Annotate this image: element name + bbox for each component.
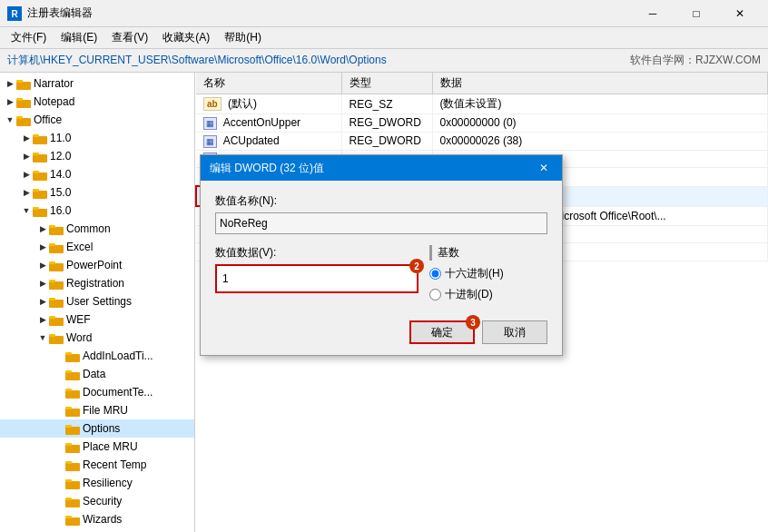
tree-item-12[interactable]: 12.0 — [0, 147, 194, 165]
table-row[interactable]: ▦ ACUpdated REG_DWORD 0x00000026 (38) — [196, 132, 768, 150]
tree-item-resiliency[interactable]: Resiliency — [0, 474, 194, 492]
tree-label-wef: WEF — [66, 313, 91, 326]
tree-item-powerpoint[interactable]: PowerPoint — [0, 256, 194, 274]
table-row[interactable]: ▦ AccentOnUpper REG_DWORD 0x00000000 (0) — [196, 114, 768, 133]
folder-icon-14 — [33, 168, 47, 181]
svg-rect-2 — [16, 82, 31, 90]
tree-label-options: Options — [83, 422, 120, 435]
col-header-name[interactable]: 名称 — [196, 73, 341, 94]
folder-icon-narrator — [16, 77, 31, 90]
svg-rect-36 — [65, 390, 80, 399]
close-button[interactable]: ✕ — [719, 0, 761, 27]
tree-item-filemru[interactable]: File MRU — [0, 401, 194, 419]
col-header-type[interactable]: 类型 — [341, 73, 432, 94]
name-field-group: 数值名称(N): — [215, 193, 547, 245]
minimize-button[interactable]: ─ — [632, 0, 674, 27]
svg-rect-12 — [33, 172, 47, 181]
tree-label-data: Data — [83, 368, 105, 380]
tree-item-options[interactable]: Options — [0, 419, 194, 438]
ok-button[interactable]: 确定 3 — [409, 320, 475, 344]
menu-help[interactable]: 帮助(H) — [217, 28, 269, 47]
address-bar: 计算机\HKEY_CURRENT_USER\Software\Microsoft… — [0, 49, 768, 73]
svg-rect-9 — [33, 134, 39, 137]
tree-item-usersettings[interactable]: User Settings — [0, 292, 194, 310]
svg-rect-17 — [33, 207, 39, 210]
tree-item-registration[interactable]: Registration — [0, 274, 194, 292]
tree-item-16[interactable]: 16.0 — [0, 202, 194, 220]
tree-item-notepad[interactable]: Notepad — [0, 93, 194, 111]
tree-arrow-14 — [20, 168, 33, 181]
tree-label-12: 12.0 — [50, 150, 71, 163]
tree-item-14[interactable]: 14.0 — [0, 165, 194, 183]
menu-edit[interactable]: 编辑(E) — [54, 28, 104, 47]
menu-favorites[interactable]: 收藏夹(A) — [155, 28, 217, 47]
tree-item-15[interactable]: 15.0 — [0, 183, 194, 202]
tree-item-narrator[interactable]: Narrator — [0, 74, 194, 93]
dialog-body: 数值名称(N): 数值数据(V): 2 基数 — [201, 181, 562, 355]
tree-arrow-office — [4, 113, 16, 126]
radio-hex[interactable] — [429, 268, 441, 280]
badge-2: 2 — [409, 259, 424, 273]
folder-icon-11 — [33, 132, 47, 144]
tree-item-docte[interactable]: DocumentTe... — [0, 383, 194, 401]
col-header-data[interactable]: 数据 — [432, 73, 768, 94]
tree-arrow-16 — [20, 204, 33, 217]
tree-arrow-options — [53, 422, 65, 435]
svg-rect-27 — [49, 298, 55, 300]
tree-label-powerpoint: PowerPoint — [66, 259, 122, 271]
svg-rect-20 — [49, 245, 64, 253]
maximize-button[interactable]: □ — [675, 0, 717, 27]
folder-icon-word — [49, 331, 64, 344]
tree-label-docte: DocumentTe... — [83, 386, 153, 399]
tree-item-wef[interactable]: WEF — [0, 310, 194, 329]
svg-rect-40 — [65, 427, 80, 435]
row-type-default: REG_SZ — [341, 94, 432, 114]
row-type-accent: REG_DWORD — [341, 114, 432, 133]
value-section: 数值数据(V): 2 — [215, 245, 418, 308]
svg-rect-42 — [65, 445, 80, 453]
tree-label-registration: Registration — [66, 277, 124, 290]
cancel-button[interactable]: 取消 — [482, 320, 547, 344]
tree-label-excel: Excel — [66, 241, 93, 253]
value-input[interactable] — [219, 268, 415, 290]
row-name-default: (默认) — [228, 97, 257, 110]
dialog-title: 编辑 DWORD (32 位)值 — [210, 161, 535, 176]
svg-rect-5 — [16, 98, 23, 101]
tree-item-data[interactable]: Data — [0, 365, 194, 383]
folder-icon-16 — [33, 204, 47, 217]
svg-rect-48 — [65, 499, 80, 507]
menu-view[interactable]: 查看(V) — [104, 28, 155, 47]
tree-item-placemru[interactable]: Place MRU — [0, 438, 194, 456]
radio-dec-label[interactable]: 十进制(D) — [429, 287, 547, 302]
name-field-label: 数值名称(N): — [215, 193, 547, 209]
tree-arrow-11 — [20, 132, 33, 144]
svg-rect-38 — [65, 409, 80, 417]
radio-hex-label[interactable]: 十六进制(H) — [429, 266, 547, 281]
radio-dec[interactable] — [429, 289, 441, 300]
tree-item-office[interactable]: Office — [0, 111, 194, 129]
tree-item-11[interactable]: 11.0 — [0, 129, 194, 147]
table-row[interactable]: ab (默认) REG_SZ (数值未设置) — [196, 94, 768, 114]
menu-file[interactable]: 文件(F) — [4, 28, 54, 47]
svg-rect-33 — [65, 352, 72, 355]
name-field-input[interactable] — [215, 212, 547, 234]
row-data-default: (数值未设置) — [432, 94, 768, 114]
tree-arrow-excel — [36, 241, 49, 253]
svg-rect-24 — [49, 281, 64, 290]
tree-item-common[interactable]: Common — [0, 220, 194, 238]
folder-icon-12 — [33, 150, 47, 163]
svg-rect-16 — [33, 209, 47, 217]
tree-item-security[interactable]: Security — [0, 492, 194, 510]
tree-label-narrator: Narrator — [34, 77, 74, 90]
dialog-close-button[interactable]: ✕ — [535, 159, 553, 177]
svg-rect-19 — [49, 225, 55, 228]
folder-icon-filemru — [65, 404, 80, 417]
svg-rect-51 — [65, 516, 72, 518]
tree-item-excel[interactable]: Excel — [0, 238, 194, 256]
tree-item-wizards[interactable]: Wizards — [0, 510, 194, 528]
tree-item-recenttemp[interactable]: Recent Temp — [0, 456, 194, 474]
tree-item-addinload[interactable]: AddInLoadTi... — [0, 347, 194, 365]
tree-item-word[interactable]: Word — [0, 329, 194, 347]
folder-icon-wef — [49, 313, 64, 326]
tree-label-security: Security — [83, 495, 122, 507]
